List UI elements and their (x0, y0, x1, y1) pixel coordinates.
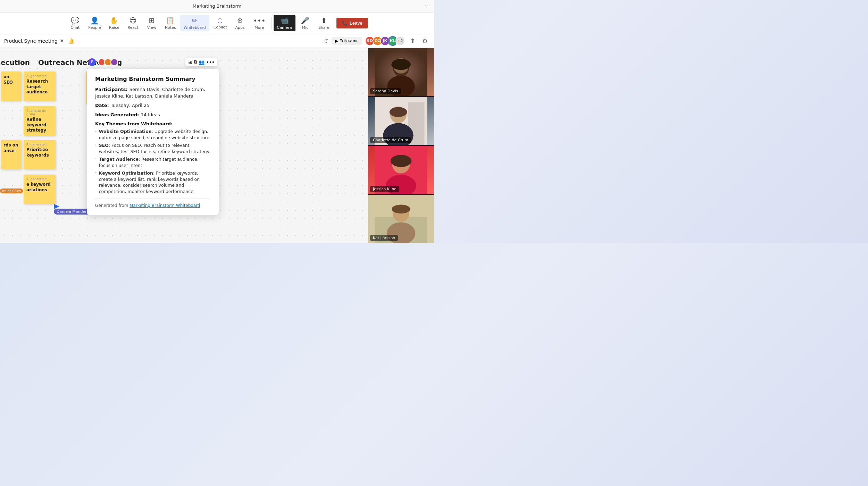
toolbar-whiteboard-label: Whiteboard (184, 25, 206, 30)
summary-copy-icon[interactable]: ⧉ (194, 59, 197, 65)
meeting-title-chevron[interactable]: ▼ (60, 39, 64, 43)
whiteboard-canvas[interactable]: ecution Outreach Networking on SEO AI ge… (0, 48, 368, 243)
toolbar-react[interactable]: 😊 React (124, 15, 142, 31)
summary-participants: Participants: Serena Davis, Charlotte de… (95, 86, 210, 99)
generated-from-link[interactable]: Marketing Brainstorm Whiteboard (130, 203, 200, 208)
view-icon: ⊞ (149, 16, 155, 25)
summary-card-avatars: P (88, 58, 118, 66)
bullet-dot-1: • (95, 129, 97, 133)
author-badge-bottom: tte de Crum (0, 188, 23, 193)
video-tile-charlotte: Charlotte de Crum (368, 97, 434, 145)
toolbar-people[interactable]: 👤 People (85, 15, 105, 31)
theme-target-text: Target Audience: Research target audienc… (99, 156, 210, 168)
people-icon: 👤 (90, 16, 99, 25)
summary-divider (95, 199, 210, 199)
toolbar-chat[interactable]: 💬 Chat (66, 15, 84, 31)
toolbar-notes-label: Notes (165, 25, 176, 30)
video-tile-kat: Kat Larsson (368, 195, 434, 243)
camera-icon: 📹 (280, 16, 289, 25)
svg-point-4 (391, 59, 411, 70)
follow-me-label: Follow me (340, 39, 359, 43)
toolbar-people-label: People (88, 25, 101, 30)
summary-card-toolbar: ⊞ ⧉ 👥 ••• (185, 58, 217, 66)
video-name-kat: Kat Larsson (370, 235, 398, 241)
notes-icon: 📋 (166, 16, 175, 25)
date-value: Tuesday, April 25 (111, 103, 150, 108)
theme-website-text: Website Optimization: Upgrade website de… (99, 128, 210, 141)
bullet-dot-2: • (95, 143, 97, 147)
sticky-note-keyword-var[interactable]: AI generated e keyword ariations (24, 175, 56, 204)
sticky-note-rds-text: rds on ance (3, 143, 19, 153)
title-bar: Marketing Brainstorm ··· (0, 0, 434, 12)
share-meeting-icon[interactable]: ⬆ (408, 36, 417, 45)
sticky-note-prioritize[interactable]: AI generated Prioritize keywords (24, 140, 56, 169)
timer-icon: ⏱ (324, 38, 329, 44)
copilot-avatar: P (88, 58, 96, 66)
toolbar-raise-label: Raise (109, 25, 119, 30)
settings-icon[interactable]: ⚙ (420, 36, 430, 45)
avatar-group: SD CC JK KL +2 (365, 36, 405, 46)
copilot-icon: ⬡ (217, 17, 223, 24)
sticky-note-seo[interactable]: on SEO (1, 72, 22, 101)
follow-me-button[interactable]: ▶ Follow me (332, 37, 362, 45)
toolbar-raise[interactable]: ✋ Raise (105, 15, 123, 31)
toolbar-copilot[interactable]: ⬡ Copilot (210, 16, 231, 31)
toolbar-camera[interactable]: 📹 Camera (274, 15, 295, 31)
toolbar-copilot-label: Copilot (214, 25, 227, 30)
share-icon: ⬆ (321, 16, 327, 25)
chat-icon: 💬 (71, 16, 80, 25)
video-tile-serena: Serena Davis (368, 48, 434, 96)
video-tile-jessica: Jessica Kline (368, 146, 434, 194)
summary-date: Date: Tuesday, April 25 (95, 102, 210, 108)
toolbar-notes[interactable]: 📋 Notes (161, 15, 180, 31)
theme-seo: • SEO: Focus on SEO, reach out to releva… (95, 142, 210, 154)
leave-phone-icon: 📞 (342, 20, 348, 26)
toolbar-share[interactable]: ⬆ Share (315, 15, 333, 31)
toolbar-more-label: More (254, 25, 264, 30)
toolbar: 💬 Chat 👤 People ✋ Raise 😊 React ⊞ View 📋… (0, 12, 434, 34)
theme-keyword-text: Keyword Optimization: Prioritize keyword… (99, 170, 210, 194)
toolbar-more[interactable]: ••• More (250, 15, 269, 31)
summary-more-icon[interactable]: ••• (206, 59, 215, 65)
sticky-note-keyword-var-text: e keyword ariations (26, 182, 53, 193)
apps-icon: ⊕ (237, 16, 243, 25)
sticky-note-refine[interactable]: Charlotte de Crum Refine keyword strateg… (24, 106, 56, 136)
meeting-bar: Product Sync meeting ▼ 🔔 ⏱ ▶ Follow me S… (0, 34, 434, 48)
main-content: ecution Outreach Networking on SEO AI ge… (0, 48, 434, 243)
sticky-note-research[interactable]: AI generated Research target audience (24, 72, 56, 101)
svg-point-18 (392, 205, 410, 213)
generated-from: Generated from Marketing Brainstorm Whit… (95, 203, 210, 208)
sa3 (110, 58, 118, 66)
key-themes-title: Key Themes from Whiteboard: (95, 121, 210, 126)
meeting-title: Product Sync meeting (4, 38, 58, 44)
toolbar-view[interactable]: ⊞ View (143, 15, 161, 31)
generated-from-text: Generated from (95, 203, 130, 208)
summary-title: Marketing Brainstorm Summary (95, 76, 210, 82)
leave-button[interactable]: 📞 Leave (336, 18, 368, 28)
summary-share-icon[interactable]: 👥 (199, 59, 205, 65)
toolbar-mic[interactable]: 🎤 Mic (296, 15, 314, 31)
avatar-extra-count[interactable]: +2 (395, 36, 405, 46)
whiteboard-icon: ✏️ (192, 16, 198, 25)
video-name-serena: Serena Davis (370, 88, 401, 94)
sticky-note-refine-badge: Charlotte de Crum (26, 109, 53, 116)
toolbar-whiteboard[interactable]: ✏️ Whiteboard (180, 15, 209, 31)
video-panel: Serena Davis Charlotte de Crum (368, 48, 434, 243)
meeting-info-icon[interactable]: 🔔 (68, 38, 74, 44)
cursor-label: Daniela Mandera (54, 209, 92, 215)
sticky-note-prioritize-badge: AI generated (26, 143, 53, 146)
ideas-value: 14 Ideas (141, 112, 160, 117)
date-label: Date: (95, 103, 109, 108)
toolbar-apps[interactable]: ⊕ Apps (231, 15, 249, 31)
sticky-note-research-text: Research target audience (26, 79, 53, 95)
sticky-note-rds[interactable]: rds on ance (1, 140, 22, 169)
sticky-note-prioritize-text: Prioritize keywords (26, 147, 53, 158)
toolbar-mic-label: Mic (302, 25, 308, 30)
window-dots[interactable]: ··· (425, 3, 430, 9)
raise-icon: ✋ (110, 16, 118, 25)
mic-icon: 🎤 (301, 16, 309, 25)
video-name-jessica: Jessica Kline (370, 186, 399, 192)
toolbar-view-label: View (147, 25, 156, 30)
toolbar-divider (271, 17, 272, 30)
summary-grid-icon[interactable]: ⊞ (188, 59, 192, 65)
